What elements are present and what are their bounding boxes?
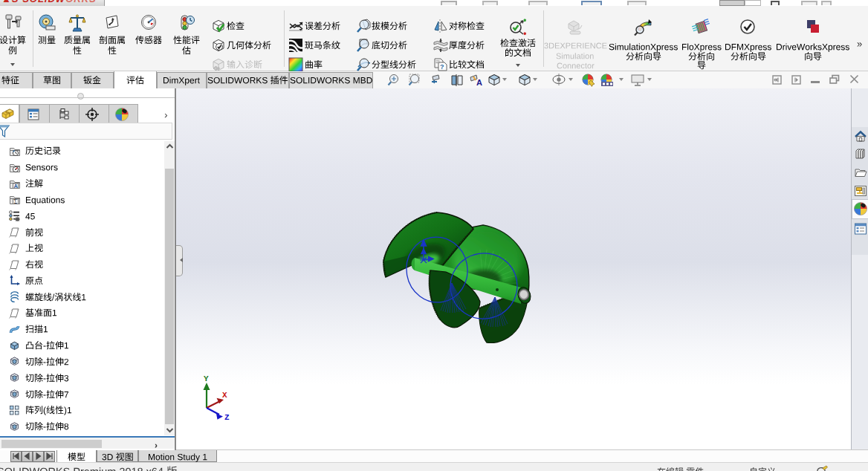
svg-text:A: A xyxy=(476,78,482,87)
svg-text:X: X xyxy=(222,391,227,400)
svg-text:A: A xyxy=(14,183,19,189)
svg-text:Σ: Σ xyxy=(14,198,17,205)
svg-text:Z: Z xyxy=(224,413,230,422)
svg-text:Y: Y xyxy=(204,374,209,383)
svg-text:?: ? xyxy=(440,63,444,71)
